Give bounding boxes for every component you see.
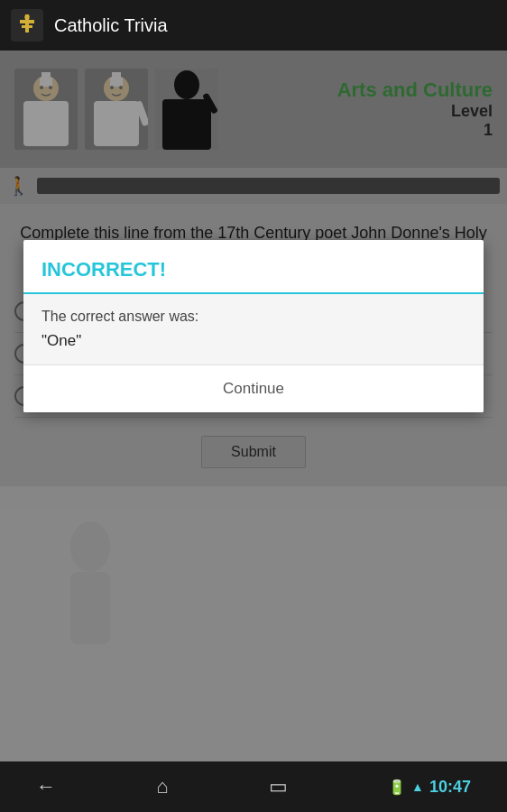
status-bar-right: 🔋 ▲ 10:47 xyxy=(388,778,471,797)
modal-title: INCORRECT! xyxy=(23,240,484,294)
app-title: Catholic Trivia xyxy=(54,15,168,36)
modal-overlay: INCORRECT! The correct answer was: "One"… xyxy=(0,51,507,761)
svg-point-3 xyxy=(24,14,30,20)
bottom-bar: ← ⌂ ▭ 🔋 ▲ 10:47 xyxy=(0,761,507,812)
back-button[interactable]: ← xyxy=(36,775,56,798)
wifi-icon: ▲ xyxy=(411,780,424,794)
app-icon xyxy=(11,9,43,42)
modal-correct-label: The correct answer was: xyxy=(41,309,466,325)
svg-rect-2 xyxy=(22,25,32,28)
modal-body: The correct answer was: "One" xyxy=(23,294,484,364)
app-bar: Catholic Trivia xyxy=(0,0,507,51)
home-button[interactable]: ⌂ xyxy=(156,775,168,798)
svg-rect-1 xyxy=(20,20,34,23)
modal-footer: Continue xyxy=(23,364,484,412)
continue-button[interactable]: Continue xyxy=(223,376,284,401)
battery-icon: 🔋 xyxy=(388,779,406,796)
modal-answer: "One" xyxy=(41,332,466,350)
time-display: 10:47 xyxy=(429,778,471,797)
modal-box: INCORRECT! The correct answer was: "One"… xyxy=(23,240,484,412)
recents-button[interactable]: ▭ xyxy=(269,775,288,798)
